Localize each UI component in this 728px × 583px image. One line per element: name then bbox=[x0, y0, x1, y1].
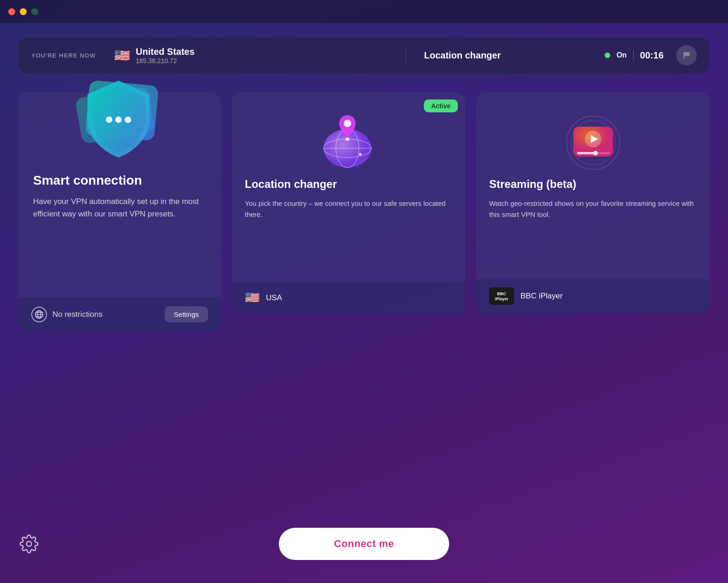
footer-left: No restrictions bbox=[31, 307, 103, 322]
location-country-label: USA bbox=[266, 293, 282, 303]
feature-name: Location changer bbox=[424, 50, 501, 61]
globe-with-pin-icon bbox=[319, 106, 379, 170]
streaming-service-label: BBC iPlayer bbox=[520, 292, 563, 301]
streaming-illustration-wrap bbox=[476, 92, 710, 170]
location-illustration-wrap: Active bbox=[232, 92, 465, 170]
topbar-status: On 00:16 bbox=[605, 45, 697, 65]
streaming-card-content: Streaming (beta) Watch geo-restricted sh… bbox=[476, 170, 710, 279]
country-flag-emoji: 🇺🇸 bbox=[114, 48, 130, 63]
smart-card-content: Smart connection Have your VPN automatic… bbox=[18, 173, 221, 283]
globe-icon bbox=[31, 307, 47, 322]
topbar-location: 🇺🇸 United States 185.38.210.72 bbox=[114, 47, 405, 64]
streaming-card-desc: Watch geo-restricted shows on your favor… bbox=[489, 198, 697, 220]
card-streaming[interactable]: Streaming (beta) Watch geo-restricted sh… bbox=[476, 92, 710, 313]
bbc-iplayer-logo: BBC iPlayer bbox=[489, 287, 514, 305]
flag-icon bbox=[682, 51, 691, 60]
no-restrictions-label: No restrictions bbox=[52, 310, 103, 319]
streaming-card-bottom[interactable]: BBC iPlayer BBC iPlayer bbox=[476, 279, 710, 313]
svg-point-15 bbox=[344, 120, 351, 127]
status-on-label: On bbox=[617, 51, 627, 59]
smart-card-desc: Have your VPN automatically set up in th… bbox=[33, 195, 206, 220]
card-location-changer[interactable]: Active bbox=[232, 92, 465, 313]
settings-gear-button[interactable] bbox=[19, 534, 39, 554]
topbar-feature: Location changer On 00:16 bbox=[406, 45, 697, 65]
smart-card-title: Smart connection bbox=[33, 173, 206, 188]
svg-point-1 bbox=[106, 117, 112, 123]
smart-settings-button[interactable]: Settings bbox=[165, 306, 208, 322]
svg-point-24 bbox=[27, 542, 32, 547]
ip-address: 185.38.210.72 bbox=[136, 57, 195, 64]
status-divider bbox=[633, 50, 634, 60]
active-badge: Active bbox=[424, 99, 458, 112]
cards-area: Smart connection Have your VPN automatic… bbox=[18, 92, 710, 332]
location-card-content: Location changer You pick the country – … bbox=[232, 170, 465, 282]
smart-card-footer: No restrictions Settings bbox=[18, 297, 221, 332]
bottom-area: Connect me bbox=[0, 528, 728, 560]
streaming-card-title: Streaming (beta) bbox=[489, 178, 697, 191]
svg-point-2 bbox=[116, 117, 122, 123]
card-smart-connection[interactable]: Smart connection Have your VPN automatic… bbox=[18, 92, 221, 332]
location-card-bottom[interactable]: 🇺🇸 USA bbox=[232, 282, 465, 313]
maximize-button[interactable] bbox=[31, 8, 38, 15]
titlebar bbox=[0, 0, 728, 23]
location-flag: 🇺🇸 bbox=[245, 291, 260, 305]
flag-button[interactable] bbox=[676, 45, 697, 65]
status-dot bbox=[605, 52, 610, 58]
svg-point-23 bbox=[593, 151, 598, 156]
shield-main bbox=[83, 78, 154, 159]
svg-rect-22 bbox=[577, 152, 595, 154]
close-button[interactable] bbox=[8, 8, 15, 15]
location-card-title: Location changer bbox=[245, 178, 452, 191]
country-name: United States bbox=[136, 47, 195, 57]
location-card-desc: You pick the country – we connect you to… bbox=[245, 198, 452, 220]
location-info: United States 185.38.210.72 bbox=[136, 47, 195, 64]
topbar: YOU'RE HERE NOW 🇺🇸 United States 185.38.… bbox=[18, 37, 710, 74]
svg-point-14 bbox=[359, 153, 362, 156]
minimize-button[interactable] bbox=[20, 8, 27, 15]
streaming-icon bbox=[563, 106, 623, 170]
status-time: 00:16 bbox=[640, 50, 664, 61]
svg-point-3 bbox=[125, 117, 131, 123]
topbar-you-are-here: YOU'RE HERE NOW bbox=[31, 52, 96, 59]
smart-illustration bbox=[18, 74, 221, 166]
connect-me-button[interactable]: Connect me bbox=[279, 528, 449, 560]
svg-rect-0 bbox=[683, 56, 685, 59]
